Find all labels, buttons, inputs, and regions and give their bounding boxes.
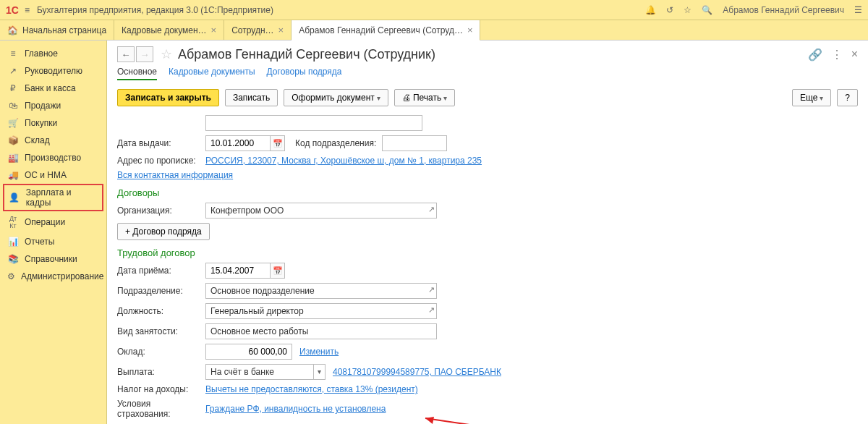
tax-link[interactable]: Вычеты не предоставляются, ставка 13% (р… — [205, 384, 418, 394]
close-page-icon[interactable]: × — [851, 48, 858, 62]
more-button[interactable]: Еще — [792, 89, 831, 106]
logo-1c: 1C — [6, 4, 19, 16]
forward-button[interactable]: → — [136, 46, 153, 62]
calendar-icon[interactable]: 📅 — [271, 263, 285, 279]
nav-catalogs[interactable]: 📚Справочники — [0, 250, 106, 268]
subnav-contracts[interactable]: Договоры подряда — [267, 67, 342, 80]
close-icon[interactable]: × — [278, 25, 284, 35]
address-label: Адрес по прописке: — [117, 156, 205, 166]
subnav-hr-docs[interactable]: Кадровые документы — [169, 67, 255, 80]
dept-code-input[interactable] — [382, 135, 447, 151]
position-select[interactable]: Генеральный директор↗ — [205, 303, 437, 319]
nav-reports[interactable]: 📊Отчеты — [0, 233, 106, 250]
department-select[interactable]: Основное подразделение↗ — [205, 283, 437, 299]
save-close-button[interactable]: Записать и закрыть — [117, 89, 219, 106]
tab-hr-docs[interactable]: Кадровые докумен…× — [114, 20, 224, 40]
nav-bank[interactable]: ₽Банк и касса — [0, 80, 106, 97]
insurance-link[interactable]: Граждане РФ, инвалидность не установлена — [205, 404, 386, 414]
bell-icon[interactable]: 🔔 — [645, 5, 656, 15]
all-contacts-link[interactable]: Вся контактная информация — [117, 170, 233, 180]
tab-home[interactable]: 🏠Начальная страница — [0, 20, 114, 40]
issue-date-input[interactable] — [205, 135, 271, 151]
empty-field[interactable] — [205, 115, 422, 131]
favorite-icon[interactable]: ☆ — [161, 46, 172, 62]
salary-input[interactable] — [205, 344, 292, 360]
print-button[interactable]: 🖨 Печать — [394, 89, 455, 106]
make-document-button[interactable]: Оформить документ — [284, 89, 388, 106]
salary-label: Оклад: — [117, 347, 205, 357]
help-button[interactable]: ? — [837, 89, 858, 106]
history-icon[interactable]: ↺ — [666, 5, 673, 15]
tax-label: Налог на доходы: — [117, 384, 205, 394]
tab-employees[interactable]: Сотрудн…× — [224, 20, 292, 40]
payment-label: Выплата: — [117, 367, 205, 377]
sidebar: ≡Главное ↗Руководителю ₽Банк и касса 🛍Пр… — [0, 41, 107, 424]
close-icon[interactable]: × — [211, 25, 217, 35]
nav-operations[interactable]: ДтКтОперации — [0, 211, 106, 233]
link-icon[interactable]: 🔗 — [808, 48, 822, 62]
employment-type-label: Вид занятости: — [117, 326, 205, 336]
nav-admin[interactable]: ⚙Администрирование — [0, 268, 106, 285]
page-title: Абрамов Геннадий Сергеевич (Сотрудник) — [178, 47, 435, 62]
nav-purchases[interactable]: 🛒Покупки — [0, 114, 106, 132]
calendar-icon[interactable]: 📅 — [271, 135, 285, 151]
position-label: Должность: — [117, 306, 205, 316]
department-label: Подразделение: — [117, 286, 205, 296]
search-icon[interactable]: 🔍 — [702, 5, 712, 15]
open-icon[interactable]: ↗ — [428, 285, 435, 294]
star-icon[interactable]: ☆ — [684, 5, 692, 15]
hire-date-label: Дата приёма: — [117, 266, 205, 276]
nav-assets[interactable]: 🚚ОС и НМА — [0, 166, 106, 184]
employment-type-select[interactable]: Основное место работы — [205, 323, 437, 339]
hire-date-input[interactable] — [205, 263, 271, 279]
open-icon[interactable]: ↗ — [428, 305, 435, 315]
change-salary-link[interactable]: Изменить — [299, 347, 339, 357]
user-name[interactable]: Абрамов Геннадий Сергеевич — [723, 5, 844, 15]
nav-main[interactable]: ≡Главное — [0, 45, 106, 62]
tab-employee-card[interactable]: Абрамов Геннадий Сергеевич (Сотруд…× — [292, 20, 480, 41]
payment-select[interactable]: На счёт в банке — [205, 364, 314, 380]
address-link[interactable]: РОССИЯ, 123007, Москва г, Хорошёвское ш,… — [205, 156, 482, 166]
burger-icon[interactable]: ≡ — [25, 5, 30, 15]
user-dropdown-icon[interactable]: ☰ — [854, 5, 862, 15]
nav-warehouse[interactable]: 📦Склад — [0, 132, 106, 149]
add-contract-button[interactable]: + Договор подряда — [117, 223, 210, 240]
issue-date-label: Дата выдачи: — [117, 138, 205, 148]
nav-sales[interactable]: 🛍Продажи — [0, 97, 106, 114]
dept-code-label: Код подразделения: — [295, 138, 376, 148]
org-select[interactable]: Конфетпром ООО↗ — [205, 203, 437, 219]
save-button[interactable]: Записать — [225, 89, 278, 106]
labor-contract-header: Трудовой договор — [117, 247, 858, 258]
bank-account-link[interactable]: 40817810799994589775, ПАО СБЕРБАНК — [333, 367, 501, 377]
back-button[interactable]: ← — [117, 46, 135, 62]
chevron-down-icon[interactable]: ▾ — [314, 364, 326, 380]
nav-manager[interactable]: ↗Руководителю — [0, 62, 106, 80]
close-icon[interactable]: × — [467, 25, 473, 35]
nav-hr[interactable]: 👤Зарплата и кадры — [3, 184, 103, 211]
nav-production[interactable]: 🏭Производство — [0, 149, 106, 166]
open-icon[interactable]: ↗ — [428, 205, 435, 214]
more-icon[interactable]: ⋮ — [831, 48, 843, 62]
app-title: Бухгалтерия предприятия, редакция 3.0 (1… — [37, 5, 273, 15]
org-label: Организация: — [117, 205, 205, 216]
insurance-label: Условия страхования: — [117, 399, 205, 419]
contracts-header: Договоры — [117, 187, 858, 198]
subnav-main[interactable]: Основное — [117, 67, 157, 80]
